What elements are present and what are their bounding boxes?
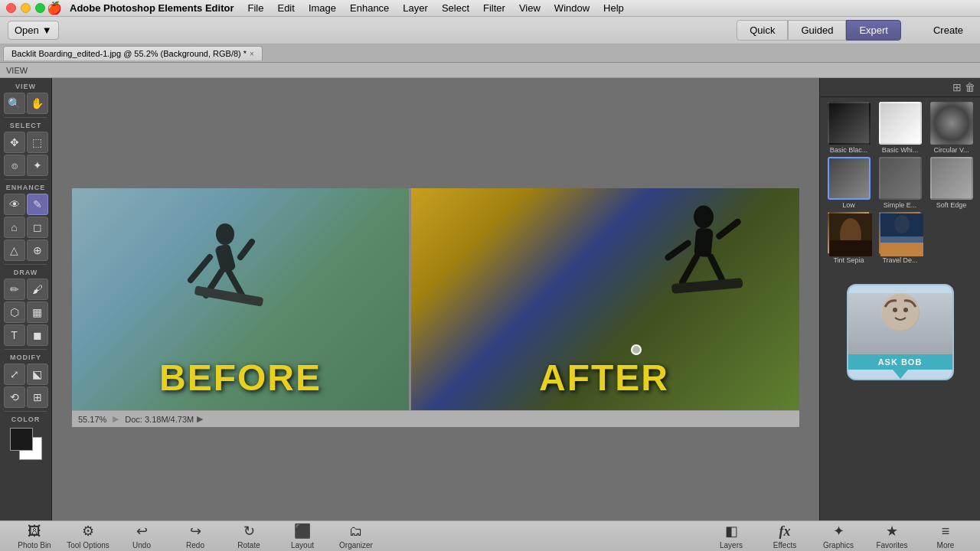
panel-trash-icon[interactable]: 🗑 (965, 81, 975, 93)
recompose-tool[interactable]: ⊞ (27, 386, 48, 408)
menu-view[interactable]: View (513, 1, 547, 15)
tool-options-button[interactable]: ⚙ Tool Options (61, 522, 115, 551)
graphics-button[interactable]: ✦ Graphics (812, 522, 865, 551)
filter-label-basic-white: Basic Whi... (882, 146, 919, 154)
enhance-tools-2: ⌂ ◻ (0, 216, 51, 239)
photo-bin-button[interactable]: 🖼 Photo Bin (8, 522, 61, 551)
panel-grid-icon[interactable]: ⊞ (952, 81, 962, 93)
menu-bar: 🍎 Adobe Photoshop Elements Editor File E… (0, 0, 980, 17)
rotate-button[interactable]: ↻ Rotate (222, 522, 276, 551)
magic-wand-tool[interactable]: ✦ (27, 155, 48, 176)
foreground-color-swatch[interactable] (10, 428, 33, 451)
layers-button[interactable]: ◧ Layers (704, 522, 758, 551)
menu-help[interactable]: Help (597, 1, 630, 15)
effects-button[interactable]: fx Effects (758, 522, 812, 551)
svg-point-21 (894, 215, 910, 233)
close-button[interactable] (6, 3, 16, 13)
eraser-tool[interactable]: ◻ (27, 217, 48, 238)
filter-label-low: Low (842, 201, 855, 209)
filter-low[interactable]: Low (825, 157, 873, 209)
draw-tools-1: ✏ 🖌 (0, 278, 51, 301)
svg-line-2 (191, 257, 210, 280)
window-controls[interactable] (6, 3, 45, 13)
document-tab[interactable]: Backlit Boarding_edited-1.jpg @ 55.2% (B… (3, 46, 263, 60)
transform-tool[interactable]: ⤢ (4, 364, 25, 385)
after-label: AFTER (539, 357, 669, 399)
menu-enhance[interactable]: Enhance (344, 1, 395, 15)
before-label: BEFORE (159, 357, 322, 399)
filter-label-circular: Circular V... (933, 146, 969, 154)
menu-layer[interactable]: Layer (397, 1, 434, 15)
doc-size-arrow[interactable]: ▶ (197, 414, 203, 424)
undo-button[interactable]: ↩ Undo (115, 522, 168, 551)
menu-file[interactable]: File (242, 1, 270, 15)
sharpen-tool[interactable]: △ (4, 240, 25, 261)
lasso-tool[interactable]: ⌾ (4, 155, 25, 176)
filter-circular[interactable]: Circular V... (927, 102, 975, 154)
paint-bucket-tool[interactable]: ⬡ (4, 302, 25, 323)
zoom-in-tool[interactable]: ⊕ (27, 240, 48, 261)
svg-point-7 (694, 206, 714, 229)
draw-tools-3: T ◼ (0, 324, 51, 347)
color-section (0, 425, 51, 463)
favorites-label: Favorites (876, 541, 907, 549)
ask-bob-widget[interactable]: ASK BOB (847, 284, 954, 380)
ask-bob-label[interactable]: ASK BOB (848, 354, 952, 370)
filter-simple-e[interactable]: Simple E... (876, 157, 924, 209)
shape-tool[interactable]: ◼ (27, 324, 48, 346)
mode-expert[interactable]: Expert (846, 20, 901, 41)
marquee-tool[interactable]: ⬚ (27, 132, 48, 153)
more-button[interactable]: ≡ More (919, 522, 972, 551)
spot-heal-tool[interactable]: ✎ (27, 194, 48, 215)
layout-button[interactable]: ⬛ Layout (276, 522, 329, 551)
filter-tint-sepia[interactable]: Tint Sepia (825, 212, 873, 264)
tool-options-label: Tool Options (67, 541, 109, 549)
create-button[interactable]: Create (924, 21, 972, 40)
mode-guided[interactable]: Guided (788, 20, 846, 41)
bottom-bar: 🖼 Photo Bin ⚙ Tool Options ↩ Undo ↪ Redo… (0, 520, 980, 551)
move-tool[interactable]: ✥ (4, 132, 25, 153)
menu-select[interactable]: Select (436, 1, 475, 15)
redo-button[interactable]: ↪ Redo (168, 522, 222, 551)
view-tools: 🔍 ✋ (0, 92, 51, 115)
warp-tool[interactable]: ⟲ (4, 386, 25, 408)
filter-travel-de[interactable]: Travel De... (876, 212, 924, 264)
filter-basic-white[interactable]: Basic Whi... (876, 102, 924, 154)
hand-tool[interactable]: ✋ (27, 93, 48, 114)
organizer-button[interactable]: 🗂 Organizer (329, 522, 383, 551)
minimize-button[interactable] (21, 3, 31, 13)
modify-section-label: MODIFY (0, 352, 51, 363)
type-tool[interactable]: T (4, 324, 25, 346)
clone-tool[interactable]: ⌂ (4, 217, 25, 238)
menu-image[interactable]: Image (302, 1, 342, 15)
tab-close[interactable]: × (250, 50, 254, 58)
before-panel: BEFORE (72, 188, 409, 410)
pencil-tool[interactable]: ✏ (4, 279, 25, 300)
gradient-tool[interactable]: ▦ (27, 302, 48, 323)
draw-section-label: DRAW (0, 267, 51, 278)
filter-soft-edge[interactable]: Soft Edge (927, 157, 975, 209)
layout-label: Layout (291, 541, 314, 549)
svg-line-10 (719, 222, 737, 236)
menu-edit[interactable]: Edit (271, 1, 300, 15)
ask-bob-container: ASK BOB (820, 276, 980, 388)
red-eye-tool[interactable]: 👁 (4, 194, 25, 215)
apple-menu[interactable]: 🍎 (47, 1, 62, 15)
favorites-button[interactable]: ★ Favorites (865, 522, 919, 551)
divider-1 (5, 117, 47, 118)
color-swatches[interactable] (10, 428, 42, 460)
filter-label-tint-sepia: Tint Sepia (833, 256, 864, 264)
color-section-label: COLOR (0, 414, 51, 425)
filter-label-soft-edge: Soft Edge (936, 201, 967, 209)
maximize-button[interactable] (35, 3, 45, 13)
zoom-tool[interactable]: 🔍 (4, 93, 25, 114)
brush-tool[interactable]: 🖌 (27, 279, 48, 300)
menu-window[interactable]: Window (548, 1, 596, 15)
filter-thumb-simple-e (879, 157, 922, 200)
mode-quick[interactable]: Quick (737, 20, 788, 41)
filter-basic-black[interactable]: Basic Blac... (825, 102, 873, 154)
menu-filter[interactable]: Filter (477, 1, 511, 15)
crop-tool[interactable]: ⬕ (27, 364, 48, 385)
zoom-level: 55.17% (78, 415, 106, 424)
open-button[interactable]: Open ▼ (8, 21, 59, 40)
